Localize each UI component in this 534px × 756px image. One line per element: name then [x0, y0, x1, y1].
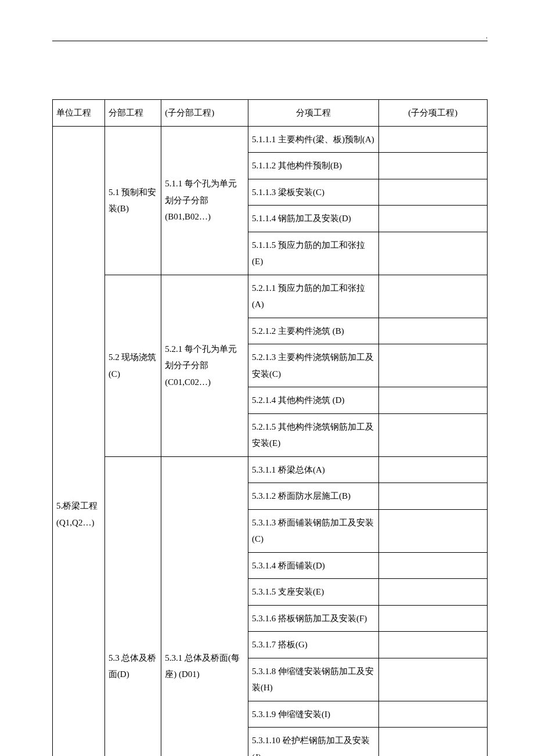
subitem-cell [378, 579, 487, 606]
table-row: 5.2 现场浇筑(C) 5.2.1 每个孔为单元划分子分部(C01,C02…) … [53, 275, 488, 318]
item-cell: 5.3.1.2 桥面防水层施工(B) [248, 483, 379, 510]
item-cell: 5.3.1.10 砼护栏钢筋加工及安装(J) [248, 728, 379, 757]
page-mark-top: · [486, 34, 488, 42]
engineering-table: 单位工程 分部工程 (子分部工程) 分项工程 (子分项工程) 5.桥梁工程(Q1… [52, 99, 488, 756]
subitem-cell [378, 728, 487, 757]
header-subdivision: (子分部工程) [161, 100, 248, 127]
division-cell: 5.1 预制和安装(B) [104, 126, 161, 275]
item-cell: 5.1.1.3 梁板安装(C) [248, 179, 379, 206]
table-header-row: 单位工程 分部工程 (子分部工程) 分项工程 (子分项工程) [53, 100, 488, 127]
item-cell: 5.3.1.1 桥梁总体(A) [248, 456, 379, 483]
subitem-cell [378, 552, 487, 579]
item-cell: 5.3.1.8 伸缩缝安装钢筋加工及安装(H) [248, 658, 379, 701]
subitem-cell [378, 179, 487, 206]
subdivision-cell: 5.3.1 总体及桥面(每座) (D01) [161, 456, 248, 756]
subitem-cell [378, 456, 487, 483]
subitem-cell [378, 701, 487, 728]
subdivision-cell: 5.1.1 每个孔为单元划分子分部(B01,B02…) [161, 126, 248, 275]
subitem-cell [378, 632, 487, 658]
document-page: · 单位工程 分部工程 (子分部工程) 分项工程 (子分项工程) 5.桥梁工程(… [0, 0, 534, 756]
subitem-cell [378, 413, 487, 456]
subitem-cell [378, 153, 487, 179]
subitem-cell [378, 387, 487, 414]
item-cell: 5.2.1.1 预应力筋的加工和张拉(A) [248, 275, 379, 318]
table-row: 5.桥梁工程(Q1,Q2…) 5.1 预制和安装(B) 5.1.1 每个孔为单元… [53, 126, 488, 153]
header-division: 分部工程 [104, 100, 161, 127]
header-rule [52, 41, 488, 41]
subitem-cell [378, 483, 487, 510]
item-cell: 5.3.1.4 桥面铺装(D) [248, 552, 379, 579]
item-cell: 5.1.1.4 钢筋加工及安装(D) [248, 206, 379, 232]
subitem-cell [378, 605, 487, 632]
header-subitem: (子分项工程) [378, 100, 487, 127]
item-cell: 5.1.1.5 预应力筋的加工和张拉(E) [248, 232, 379, 275]
table-row: 5.3 总体及桥面(D) 5.3.1 总体及桥面(每座) (D01) 5.3.1… [53, 456, 488, 483]
item-cell: 5.1.1.1 主要构件(梁、板)预制(A) [248, 126, 379, 153]
item-cell: 5.3.1.6 搭板钢筋加工及安装(F) [248, 605, 379, 632]
subitem-cell [378, 206, 487, 232]
header-item: 分项工程 [248, 100, 379, 127]
item-cell: 5.2.1.3 主要构件浇筑钢筋加工及安装(C) [248, 344, 379, 387]
unit-cell: 5.桥梁工程(Q1,Q2…) [53, 126, 105, 756]
subitem-cell [378, 658, 487, 701]
item-cell: 5.2.1.4 其他构件浇筑 (D) [248, 387, 379, 414]
subitem-cell [378, 232, 487, 275]
division-cell: 5.2 现场浇筑(C) [104, 275, 161, 456]
item-cell: 5.3.1.9 伸缩缝安装(I) [248, 701, 379, 728]
item-cell: 5.3.1.5 支座安装(E) [248, 579, 379, 606]
item-cell: 5.2.1.5 其他构件浇筑钢筋加工及安装(E) [248, 413, 379, 456]
subitem-cell [378, 126, 487, 153]
header-unit: 单位工程 [53, 100, 105, 127]
item-cell: 5.3.1.7 搭板(G) [248, 632, 379, 658]
item-cell: 5.1.1.2 其他构件预制(B) [248, 153, 379, 179]
subitem-cell [378, 509, 487, 552]
item-cell: 5.2.1.2 主要构件浇筑 (B) [248, 318, 379, 344]
subdivision-cell: 5.2.1 每个孔为单元划分子分部(C01,C02…) [161, 275, 248, 456]
subitem-cell [378, 275, 487, 318]
subitem-cell [378, 344, 487, 387]
item-cell: 5.3.1.3 桥面铺装钢筋加工及安装(C) [248, 509, 379, 552]
division-cell: 5.3 总体及桥面(D) [104, 456, 161, 756]
subitem-cell [378, 318, 487, 344]
